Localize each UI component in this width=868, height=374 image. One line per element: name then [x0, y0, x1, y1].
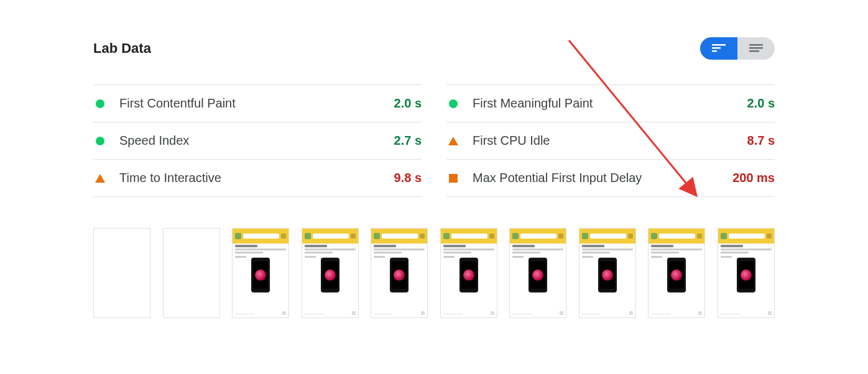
status-pass-icon — [93, 137, 107, 145]
svg-rect-1 — [712, 47, 721, 49]
lab-data-metrics: First Contentful Paint2.0 sSpeed Index2.… — [93, 84, 775, 197]
filmstrip-frame: ——— —— —— — [509, 228, 566, 318]
metric-row[interactable]: First Contentful Paint2.0 s — [93, 84, 422, 122]
filmstrip-frame: ——— —— —— — [648, 228, 705, 318]
metric-label: Speed Index — [119, 134, 366, 148]
svg-rect-3 — [749, 44, 763, 46]
metric-value: 8.7 s — [719, 134, 775, 148]
filmstrip-frame — [93, 228, 150, 318]
view-toggle-compact[interactable] — [700, 37, 737, 60]
bars-short-icon — [712, 44, 726, 53]
status-pass-icon — [446, 99, 460, 108]
filmstrip-frame: ——— —— —— — [579, 228, 636, 318]
metric-row[interactable]: First Meaningful Paint2.0 s — [446, 84, 775, 122]
bars-equal-icon — [749, 44, 763, 53]
metric-label: Time to Interactive — [119, 171, 366, 185]
metric-label: Max Potential First Input Delay — [473, 171, 719, 185]
view-toggle — [700, 37, 775, 60]
status-pass-icon — [93, 99, 107, 108]
filmstrip-frame: ——— —— —— — [232, 228, 289, 318]
metric-row[interactable]: Speed Index2.7 s — [93, 122, 422, 159]
svg-rect-5 — [749, 50, 759, 52]
metric-value: 2.0 s — [719, 96, 775, 111]
svg-rect-0 — [712, 44, 726, 46]
svg-rect-4 — [749, 47, 763, 49]
metric-value: 9.8 s — [366, 171, 422, 185]
status-warn-icon — [93, 174, 107, 183]
view-toggle-detailed[interactable] — [737, 37, 775, 60]
status-warn-icon — [446, 137, 460, 145]
filmstrip-frame: ——— —— —— — [440, 228, 497, 318]
metric-row[interactable]: First CPU Idle8.7 s — [446, 122, 775, 159]
metric-label: First Contentful Paint — [119, 96, 366, 111]
filmstrip-frame: ——— —— —— — [302, 228, 359, 318]
metric-label: First Meaningful Paint — [473, 96, 719, 111]
section-title: Lab Data — [93, 40, 151, 57]
svg-rect-2 — [712, 50, 717, 52]
metric-row[interactable]: Max Potential First Input Delay200 ms — [446, 159, 775, 197]
metric-row[interactable]: Time to Interactive9.8 s — [93, 159, 422, 197]
filmstrip-frame: ——— —— —— — [718, 228, 775, 318]
filmstrip: ——— —— ————— —— ————— —— ————— —— ————— … — [93, 228, 775, 318]
filmstrip-frame — [163, 228, 220, 318]
metric-value: 200 ms — [719, 171, 775, 185]
metric-value: 2.0 s — [366, 96, 422, 111]
status-fail-icon — [446, 174, 460, 183]
filmstrip-frame: ——— —— —— — [371, 228, 428, 318]
metric-value: 2.7 s — [366, 134, 422, 148]
metric-label: First CPU Idle — [473, 134, 719, 148]
